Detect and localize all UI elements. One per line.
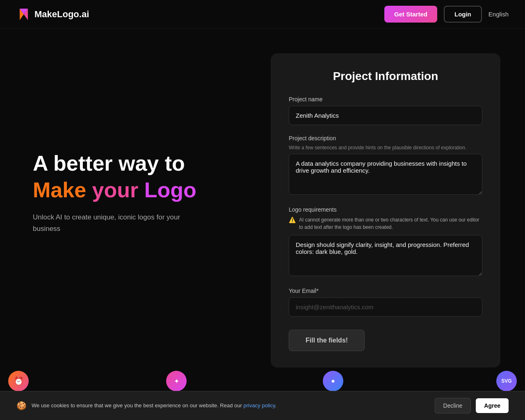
logo-requirements-group: Logo requirements ⚠️ AI cannot generate … bbox=[289, 206, 482, 278]
hero-line2: Make your Logo bbox=[33, 178, 246, 202]
logo-requirements-textarea[interactable]: Design should signify clarity, insight, … bbox=[289, 235, 482, 276]
circle-float-button[interactable]: ● bbox=[323, 371, 343, 391]
privacy-policy-link[interactable]: privacy policy bbox=[243, 402, 275, 409]
svg-float-button[interactable]: SVG bbox=[496, 371, 517, 391]
project-description-hint: Write a few sentences and provide hints … bbox=[289, 145, 482, 151]
form-card: Project Information Project name Project… bbox=[271, 53, 500, 368]
header-actions: Get Started Login English bbox=[384, 6, 509, 23]
circle-icon: ● bbox=[331, 377, 335, 385]
hero-description: Unlock AI to create unique, iconic logos… bbox=[33, 212, 197, 234]
makelogo-icon bbox=[16, 7, 31, 22]
clock-float-button[interactable]: ⏰ bbox=[8, 371, 29, 391]
logo-text: MakeLogo.ai bbox=[34, 9, 89, 20]
submit-button[interactable]: Fill the fields! bbox=[289, 330, 365, 351]
decline-button[interactable]: Decline bbox=[435, 398, 471, 413]
email-input[interactable] bbox=[289, 297, 482, 317]
cookie-banner: 🍪 We use cookies to ensure that we give … bbox=[0, 391, 525, 420]
project-description-group: Project description Write a few sentence… bbox=[289, 135, 482, 196]
project-description-label: Project description bbox=[289, 135, 482, 142]
logo-requirements-label: Logo requirements bbox=[289, 206, 482, 213]
cookie-icon: 🍪 bbox=[16, 401, 27, 411]
cookie-buttons: Decline Agree bbox=[435, 398, 509, 413]
warning-icon: ⚠️ bbox=[289, 217, 296, 223]
warning-text: AI cannot generate more than one or two … bbox=[299, 216, 482, 231]
agree-button[interactable]: Agree bbox=[476, 398, 509, 413]
project-name-label: Project name bbox=[289, 96, 482, 103]
get-started-button[interactable]: Get Started bbox=[384, 6, 437, 23]
cookie-text: We use cookies to ensure that we give yo… bbox=[32, 402, 430, 410]
hero-make: Make bbox=[33, 178, 86, 202]
hero-line1: A better way to bbox=[33, 152, 246, 175]
warning-box: ⚠️ AI cannot generate more than one or t… bbox=[289, 216, 482, 231]
star-icon: ✦ bbox=[174, 377, 179, 385]
project-name-input[interactable] bbox=[289, 106, 482, 125]
email-label: Your Email* bbox=[289, 288, 482, 294]
email-group: Your Email* bbox=[289, 288, 482, 317]
hero-logo-word: Logo bbox=[144, 178, 196, 202]
hero-section: A better way to Make your Logo Unlock AI… bbox=[33, 53, 246, 368]
project-name-group: Project name bbox=[289, 96, 482, 125]
star-float-button[interactable]: ✦ bbox=[166, 371, 187, 391]
clock-icon: ⏰ bbox=[14, 376, 24, 386]
svg-label: SVG bbox=[501, 379, 511, 383]
hero-your: your bbox=[92, 178, 139, 202]
language-selector[interactable]: English bbox=[488, 11, 509, 18]
form-title: Project Information bbox=[289, 70, 482, 83]
logo[interactable]: MakeLogo.ai bbox=[16, 7, 89, 22]
project-description-textarea[interactable]: A data analytics company providing busin… bbox=[289, 154, 482, 195]
login-button[interactable]: Login bbox=[444, 6, 482, 23]
